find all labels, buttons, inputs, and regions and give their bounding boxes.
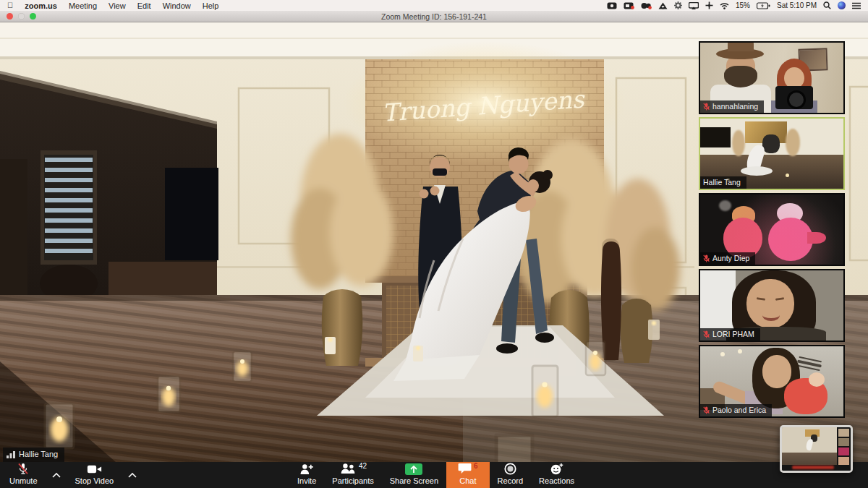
participant-tile-hannahlaning[interactable]: hannahlaning <box>699 41 845 114</box>
muted-mic-icon <box>703 406 710 414</box>
muted-mic-icon <box>17 463 30 475</box>
menu-edit[interactable]: Edit <box>137 1 151 10</box>
pip-red-watermark <box>792 466 834 469</box>
wifi-icon[interactable] <box>720 2 729 9</box>
self-view-pip[interactable] <box>780 425 853 473</box>
window-title-bar: Zoom Meeting ID: 156-191-241 <box>0 11 868 22</box>
video-options-chevron[interactable] <box>122 462 143 488</box>
menu-help[interactable]: Help <box>203 1 219 10</box>
participants-strip: hannahlaning Hallie Tang <box>699 41 845 421</box>
muted-mic-icon <box>703 103 710 111</box>
window-controls <box>7 13 36 20</box>
participant-tile-aunty-diep[interactable]: Aunty Diep <box>699 193 845 266</box>
spotlight-search-icon[interactable] <box>823 1 831 9</box>
unmute-options-chevron[interactable] <box>46 462 67 488</box>
invite-button[interactable]: Invite <box>289 462 324 488</box>
apple-menu-icon[interactable]:  <box>7 1 13 9</box>
battery-percent: 15% <box>736 1 750 9</box>
zoom-window-button[interactable] <box>30 13 36 20</box>
zoom-app-window:  zoom.us Meeting View Edit Window Help … <box>0 0 868 488</box>
close-window-button[interactable] <box>7 13 13 20</box>
invite-person-icon <box>299 463 314 475</box>
screen-record-status-icon[interactable] <box>624 2 634 9</box>
stop-video-button[interactable]: Stop Video <box>67 462 122 488</box>
video-camera-icon <box>87 464 102 475</box>
meeting-toolbar: Unmute Stop Video Invite <box>0 462 868 488</box>
participants-icon <box>339 463 357 476</box>
macos-menu-bar:  zoom.us Meeting View Edit Window Help … <box>0 0 868 11</box>
signal-strength-icon <box>7 450 15 458</box>
reactions-button[interactable]: Reactions <box>531 462 582 488</box>
participant-name-tag: Paolo and Erica <box>700 404 772 416</box>
menu-bar-clock[interactable]: Sat 5:10 PM <box>777 1 817 9</box>
chat-button[interactable]: 6 Chat <box>446 462 490 488</box>
share-screen-button[interactable]: Share Screen <box>382 462 446 488</box>
participants-count-badge: 42 <box>359 462 367 470</box>
window-manager-icon[interactable] <box>705 1 713 9</box>
notification-center-icon[interactable] <box>852 2 861 9</box>
siri-icon[interactable] <box>838 1 846 9</box>
participant-tile-lori-pham[interactable]: LORI PHAM <box>699 269 845 342</box>
webcam-status-icon[interactable] <box>641 2 652 9</box>
gear-icon[interactable] <box>674 1 682 9</box>
battery-charging-icon <box>757 2 770 9</box>
record-icon <box>504 463 516 475</box>
app-menu[interactable]: zoom.us <box>25 1 57 10</box>
muted-mic-icon <box>703 254 710 262</box>
chat-bubble-icon <box>458 463 472 476</box>
participants-button[interactable]: 42 Participants <box>324 462 381 488</box>
participant-name-tag: Hallie Tang <box>700 176 746 189</box>
main-video-stage: Truong Nguyens Truong Nguyens <box>0 22 868 462</box>
chat-unread-badge: 6 <box>474 462 478 470</box>
menu-meeting[interactable]: Meeting <box>69 1 97 10</box>
unmute-button[interactable]: Unmute <box>1 462 46 488</box>
share-screen-icon <box>405 463 422 475</box>
stacked-triangles-icon[interactable] <box>658 2 668 9</box>
window-title: Zoom Meeting ID: 156-191-241 <box>381 12 487 21</box>
participant-tile-hallie-tang[interactable]: Hallie Tang <box>699 117 845 190</box>
participant-name-tag: Aunty Diep <box>700 252 755 265</box>
muted-mic-icon <box>703 330 710 338</box>
active-speaker-label: Hallie Tang <box>3 448 64 462</box>
airplay-display-icon[interactable] <box>689 2 699 9</box>
record-button[interactable]: Record <box>490 462 531 488</box>
minimize-window-button[interactable] <box>18 13 25 20</box>
participant-tile-paolo-and-erica[interactable]: Paolo and Erica <box>699 345 845 418</box>
reactions-smiley-icon <box>550 463 563 475</box>
participant-name-tag: LORI PHAM <box>700 328 760 341</box>
camera-status-icon[interactable] <box>607 2 617 9</box>
menu-window[interactable]: Window <box>163 1 191 10</box>
menu-view[interactable]: View <box>109 1 126 10</box>
participant-name-tag: hannahlaning <box>700 100 764 113</box>
